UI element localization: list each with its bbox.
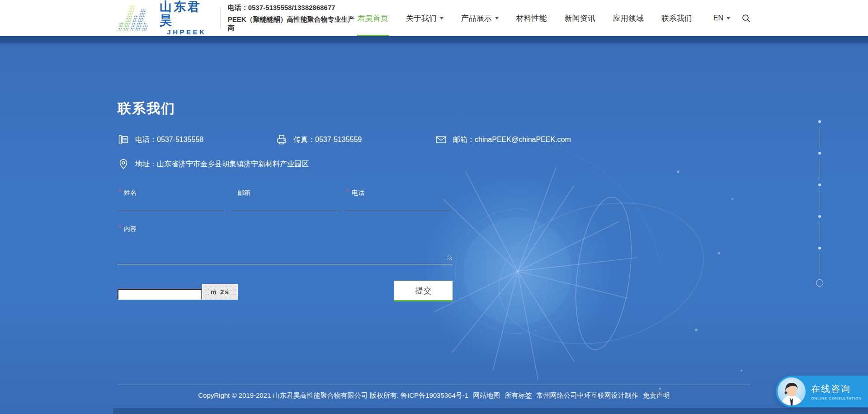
nav-item-contact[interactable]: 联系我们 (661, 0, 693, 36)
main-nav: 君昊首页 关于我们 产品展示 材料性能 新闻资讯 应用领域 联系我们 (357, 0, 693, 36)
email-field-label: 邮箱 (238, 189, 339, 197)
email-field-wrap: 邮箱 (231, 189, 339, 209)
contact-fax: 传真：0537-5135559 (276, 134, 362, 146)
footer-link-tags[interactable]: 所有标签 (505, 391, 532, 399)
company-logo[interactable]: 山东君昊 JHPEEK (118, 0, 214, 35)
contact-fax-text: 传真：0537-5135559 (293, 135, 362, 145)
section-ring[interactable] (816, 279, 823, 287)
nav-item-material[interactable]: 材料性能 (516, 0, 547, 36)
name-field-wrap: 姓名 (118, 189, 225, 209)
fax-icon (276, 134, 288, 146)
phone-icon (118, 134, 129, 146)
footer-link-designer[interactable]: 常州网络公司中环互联网设计制作 (537, 391, 638, 399)
section-line (820, 254, 820, 274)
captcha-text: m 2s (210, 288, 229, 296)
consultant-photo-icon (778, 377, 806, 405)
mail-icon (435, 134, 447, 146)
chevron-down-icon (440, 17, 443, 19)
contact-address: 地址：山东省济宁市金乡县胡集镇济宁新材料产业园区 (118, 158, 309, 170)
section-dot[interactable] (818, 215, 821, 218)
name-input[interactable] (118, 197, 225, 210)
logo-bars-icon (118, 4, 158, 33)
name-field-label: 姓名 (124, 189, 225, 197)
phone-field-label: 电话 (352, 189, 453, 197)
section-line (820, 159, 820, 179)
phone-input[interactable] (345, 197, 453, 210)
copyright-text: CopyRight © 2019-2021 山东君昊高性能聚合物有限公司 版权所… (198, 391, 468, 399)
textarea-resize-handle[interactable] (447, 255, 452, 260)
content-field-label: 内容 (124, 225, 453, 233)
phone-field-wrap: 电话 (345, 189, 453, 209)
online-consultation-widget[interactable]: 在线咨询 ONLINE CONSULTATION (776, 376, 868, 407)
chevron-down-icon (495, 17, 499, 19)
section-dot[interactable] (818, 152, 821, 155)
footer-link-sitemap[interactable]: 网站地图 (473, 391, 500, 399)
section-dot[interactable] (818, 183, 821, 186)
contact-phone: 电话：0537-5135558 (118, 134, 203, 146)
section-line (820, 191, 820, 211)
submit-button[interactable]: 提交 (394, 281, 453, 301)
header-divider (220, 8, 221, 28)
logo-text-cn: 山东君昊 (160, 0, 214, 27)
nav-item-home[interactable]: 君昊首页 (357, 0, 389, 36)
bottom-shade-band (113, 408, 868, 414)
nav-item-news[interactable]: 新闻资讯 (564, 0, 596, 36)
consultation-label-en: ONLINE CONSULTATION (811, 396, 862, 400)
section-line (820, 127, 820, 147)
section-indicator (816, 118, 823, 287)
consultation-label-cn: 在线咨询 (811, 383, 862, 395)
footer-copyright: CopyRight © 2019-2021 山东君昊高性能聚合物有限公司 版权所… (118, 391, 750, 400)
language-switcher[interactable]: EN (713, 14, 730, 22)
consultant-avatar (778, 377, 806, 405)
contact-phone-text: 电话：0537-5135558 (135, 135, 203, 145)
site-header: 山东君昊 JHPEEK 电话：0537-5135558/13382868677 … (0, 0, 868, 36)
content-textarea[interactable] (118, 233, 453, 264)
captcha-field-wrap: 验证码 (118, 281, 202, 301)
search-icon (742, 14, 750, 23)
captcha-image[interactable]: m 2s (202, 284, 238, 300)
location-pin-icon (118, 158, 129, 170)
contact-email-text: 邮箱：chinaPEEK@chinaPEEK.com (453, 135, 571, 145)
footer-divider (118, 385, 750, 385)
footer-link-disclaimer[interactable]: 免责声明 (643, 391, 670, 399)
contact-email: 邮箱：chinaPEEK@chinaPEEK.com (435, 134, 571, 146)
section-line (820, 222, 820, 242)
contact-hero-section: 联系我们 电话：0537-5135558 (0, 36, 868, 414)
contact-address-text: 地址：山东省济宁市金乡县胡集镇济宁新材料产业园区 (135, 160, 309, 169)
search-button[interactable] (742, 14, 750, 23)
chevron-down-icon (726, 17, 730, 19)
nav-item-about[interactable]: 关于我们 (406, 0, 444, 36)
header-phone-line: 电话：0537-5135558/13382868677 (228, 4, 357, 12)
nav-item-products[interactable]: 产品展示 (461, 0, 499, 36)
captcha-input[interactable] (118, 289, 202, 300)
content-field-wrap: 内容 (118, 225, 453, 263)
page-title: 联系我们 (118, 99, 175, 118)
nav-item-applications[interactable]: 应用领域 (613, 0, 644, 36)
email-input[interactable] (231, 197, 339, 210)
header-tagline: PEEK（聚醚醚酮）高性能聚合物专业生产商 (228, 15, 357, 33)
logo-text-en: JHPEEK (160, 28, 214, 36)
section-dot[interactable] (818, 247, 821, 249)
section-dot[interactable] (818, 120, 821, 123)
